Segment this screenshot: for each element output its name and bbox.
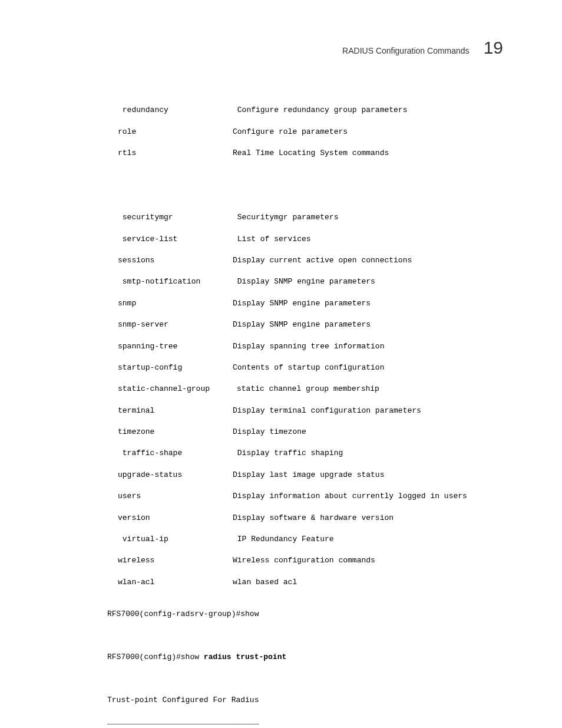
trustpoint-cmd-prefix: RFS7000(config)#show bbox=[107, 653, 204, 661]
cmd-row: startup-configContents of startup config… bbox=[118, 363, 503, 373]
cmd-desc: static channel group membership bbox=[237, 384, 379, 394]
cmd-row: terminalDisplay terminal configuration p… bbox=[118, 406, 503, 416]
cmd-desc: Display terminal configuration parameter… bbox=[233, 406, 421, 416]
trustpoint-cmd-bold: radius trust-point bbox=[204, 653, 286, 661]
show-prompt-line: RFS7000(config-radsrv-group)#show bbox=[107, 609, 503, 620]
cmd-name: startup-config bbox=[118, 363, 233, 373]
cmd-row: securitymgr Securitymgr parameters bbox=[118, 212, 503, 223]
cmd-row: wlan-aclwlan based acl bbox=[118, 577, 503, 588]
cmd-name: rtls bbox=[118, 148, 233, 159]
trustpoint-sep: _________________________________ bbox=[107, 716, 503, 727]
trustpoint-cmd-line: RFS7000(config)#show radius trust-point bbox=[107, 652, 503, 663]
cmd-row: roleConfigure role parameters bbox=[118, 127, 503, 137]
cmd-desc: Display information about currently logg… bbox=[233, 491, 467, 502]
blank-line bbox=[118, 673, 503, 684]
cmd-name: wireless bbox=[118, 555, 233, 566]
header-title: RADIUS Configuration Commands bbox=[342, 45, 470, 57]
cmd-row: static-channel-groupstatic channel group… bbox=[118, 384, 503, 394]
cmd-desc: Display spanning tree information bbox=[233, 341, 384, 352]
cmd-row: rtlsReal Time Locating System commands bbox=[118, 148, 503, 159]
cmd-name: upgrade-status bbox=[118, 470, 233, 480]
cmd-name: role bbox=[118, 127, 233, 137]
cmd-row: timezoneDisplay timezone bbox=[118, 427, 503, 437]
cmd-name: wlan-acl bbox=[118, 577, 233, 588]
cmd-row: service-list List of services bbox=[118, 234, 503, 245]
blank-line bbox=[118, 180, 503, 191]
trustpoint-header: Trust-point Configured For Radius bbox=[107, 695, 503, 706]
cmd-name: virtual-ip bbox=[118, 534, 233, 545]
cmd-name: sessions bbox=[118, 255, 233, 266]
cmd-desc: Display last image upgrade status bbox=[233, 470, 384, 480]
cmd-name: service-list bbox=[118, 234, 233, 245]
cmd-name: version bbox=[118, 513, 233, 523]
cmd-row: sessionsDisplay current active open conn… bbox=[118, 255, 503, 266]
cmd-desc: Display software & hardware version bbox=[233, 513, 394, 523]
command-block-2: securitymgr Securitymgr parameters servi… bbox=[118, 202, 503, 598]
cmd-desc: Display timezone bbox=[233, 427, 306, 437]
cmd-row: snmpDisplay SNMP engine parameters bbox=[118, 298, 503, 309]
cmd-row: versionDisplay software & hardware versi… bbox=[118, 513, 503, 523]
cmd-name: spanning-tree bbox=[118, 341, 233, 352]
cmd-name: snmp-server bbox=[118, 319, 233, 330]
cmd-name: terminal bbox=[118, 406, 233, 416]
document-body: redundancy Configure redundancy group pa… bbox=[118, 84, 503, 728]
cmd-name: traffic-shape bbox=[118, 448, 233, 459]
cmd-desc: Configure role parameters bbox=[233, 127, 348, 137]
cmd-row: snmp-serverDisplay SNMP engine parameter… bbox=[118, 319, 503, 330]
cmd-desc: Display SNMP engine parameters bbox=[233, 319, 371, 330]
cmd-name: smtp-notification bbox=[118, 276, 233, 287]
cmd-row: spanning-treeDisplay spanning tree infor… bbox=[118, 341, 503, 352]
cmd-desc: Securitymgr parameters bbox=[233, 212, 338, 223]
cmd-desc: IP Redundancy Feature bbox=[233, 534, 334, 545]
cmd-row: smtp-notification Display SNMP engine pa… bbox=[118, 276, 503, 287]
cmd-name: securitymgr bbox=[118, 212, 233, 223]
header-chapter: 19 bbox=[484, 35, 503, 60]
command-block-1: redundancy Configure redundancy group pa… bbox=[118, 94, 503, 169]
cmd-row: upgrade-statusDisplay last image upgrade… bbox=[118, 470, 503, 480]
cmd-desc: Display SNMP engine parameters bbox=[233, 298, 371, 309]
cmd-desc: Display SNMP engine parameters bbox=[233, 276, 375, 287]
cmd-desc: Wireless configuration commands bbox=[233, 555, 375, 566]
cmd-row: wirelessWireless configuration commands bbox=[118, 555, 503, 566]
cmd-row: virtual-ip IP Redundancy Feature bbox=[118, 534, 503, 545]
cmd-name: redundancy bbox=[118, 105, 233, 116]
cmd-desc: Configure redundancy group parameters bbox=[233, 105, 407, 116]
cmd-name: snmp bbox=[118, 298, 233, 309]
cmd-desc: Real Time Locating System commands bbox=[233, 148, 389, 159]
cmd-row: traffic-shape Display traffic shaping bbox=[118, 448, 503, 459]
cmd-desc: Display traffic shaping bbox=[233, 448, 343, 459]
cmd-name: users bbox=[118, 491, 233, 502]
cmd-row: redundancy Configure redundancy group pa… bbox=[118, 105, 503, 116]
cmd-row: usersDisplay information about currently… bbox=[118, 491, 503, 502]
cmd-desc: Contents of startup configuration bbox=[233, 363, 384, 373]
page-header: RADIUS Configuration Commands 19 bbox=[59, 35, 503, 60]
cmd-desc: Display current active open connections bbox=[233, 255, 412, 266]
cmd-desc: List of services bbox=[233, 234, 311, 245]
blank-line bbox=[118, 631, 503, 641]
cmd-desc: wlan based acl bbox=[233, 577, 297, 588]
cmd-name: static-channel-group bbox=[118, 384, 237, 394]
cmd-name: timezone bbox=[118, 427, 233, 437]
